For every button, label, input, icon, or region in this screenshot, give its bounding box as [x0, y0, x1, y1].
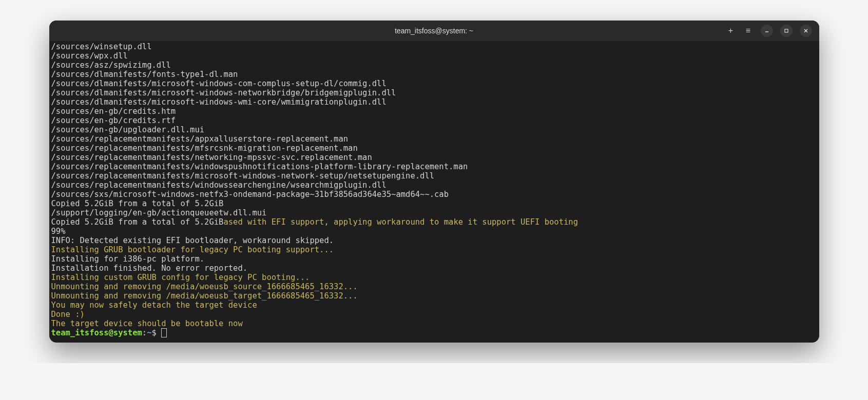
cursor: [161, 328, 167, 337]
output-line: /sources/replacementmanifests/windowssea…: [51, 181, 817, 190]
output-line: /support/logging/en-gb/actionqueueetw.dl…: [51, 208, 817, 217]
output-line: Installing GRUB bootloader for legacy PC…: [51, 245, 817, 254]
maximize-button[interactable]: [780, 25, 793, 37]
terminal-window: team_itsfoss@system: ~ + ≡ /sources/wins…: [49, 21, 819, 343]
output-line: Copied 5.2GiB from a total of 5.2GiBased…: [51, 217, 817, 227]
prompt-path: ~: [147, 328, 151, 337]
prompt-line[interactable]: team_itsfoss@system:~$: [51, 328, 817, 337]
output-line: /sources/replacementmanifests/windowspus…: [51, 162, 817, 171]
window-title: team_itsfoss@system: ~: [395, 27, 473, 35]
output-line: Unmounting and removing /media/woeusb_so…: [51, 282, 817, 291]
output-line: /sources/dlmanifests/microsoft-windows-n…: [51, 88, 817, 97]
new-tab-button[interactable]: +: [726, 26, 736, 35]
prompt-user-host: team_itsfoss@system: [51, 328, 142, 337]
output-line: /sources/en-gb/upgloader.dll.mui: [51, 125, 817, 134]
menu-button[interactable]: ≡: [743, 26, 754, 35]
output-line: /sources/replacementmanifests/appxalluse…: [51, 134, 817, 144]
output-line: The target device should be bootable now: [51, 319, 817, 328]
terminal-output[interactable]: /sources/winsetup.dll/sources/wpx.dll/so…: [49, 41, 819, 343]
output-line: /sources/wpx.dll: [51, 51, 817, 61]
output-line: Installing custom GRUB config for legacy…: [51, 273, 817, 282]
svg-rect-1: [785, 29, 788, 32]
window-controls: + ≡: [726, 25, 819, 37]
output-line: 99%: [51, 227, 817, 236]
minimize-button[interactable]: [761, 25, 773, 37]
output-line: INFO: Detected existing EFI bootloader, …: [51, 236, 817, 245]
output-line: /sources/replacementmanifests/mfsrcsnk-m…: [51, 144, 817, 153]
output-line: Copied 5.2GiB from a total of 5.2GiB: [51, 199, 817, 208]
output-line: You may now safely detach the target dev…: [51, 301, 817, 310]
output-line: Installation finished. No error reported…: [51, 264, 817, 273]
titlebar: team_itsfoss@system: ~ + ≡: [49, 21, 819, 41]
output-line: /sources/winsetup.dll: [51, 42, 817, 51]
output-line: /sources/replacementmanifests/networking…: [51, 153, 817, 162]
output-line: /sources/en-gb/credits.htm: [51, 107, 817, 116]
output-line: /sources/replacementmanifests/microsoft-…: [51, 171, 817, 181]
close-button[interactable]: [800, 25, 812, 37]
output-line: /sources/asz/spwizimg.dll: [51, 61, 817, 70]
output-line: Installing for i386-pc platform.: [51, 254, 817, 264]
output-line: /sources/en-gb/credits.rtf: [51, 116, 817, 125]
output-line: Unmounting and removing /media/woeusb_ta…: [51, 291, 817, 301]
output-line: /sources/dlmanifests/microsoft-windows-w…: [51, 97, 817, 107]
output-line: /sources/dlmanifests/microsoft-windows-c…: [51, 79, 817, 88]
output-line: /sources/sxs/microsoft-windows-netfx3-on…: [51, 190, 817, 199]
output-line: Done :): [51, 310, 817, 319]
output-line: /sources/dlmanifests/fonts-type1-dl.man: [51, 70, 817, 79]
